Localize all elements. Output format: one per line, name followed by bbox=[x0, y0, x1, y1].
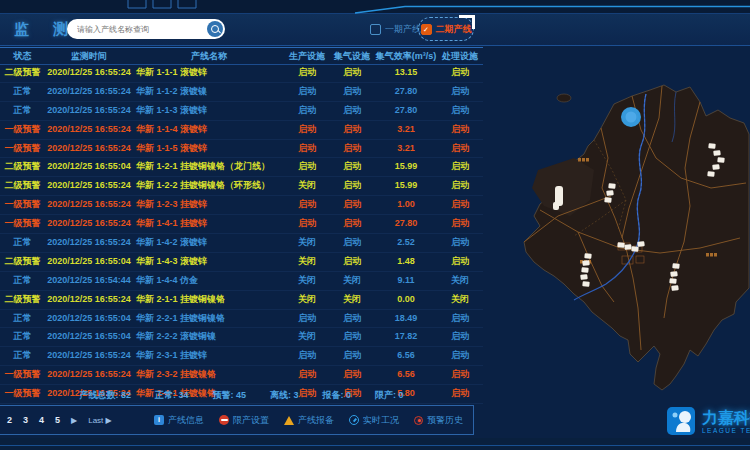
gas-collection-state: 启动 bbox=[329, 310, 375, 328]
alarm-history-button[interactable]: 预警历史 bbox=[414, 414, 463, 427]
production-state: 启动 bbox=[285, 347, 329, 365]
table-row[interactable]: 正常 2020/12/25 16:55:24 华新 1-1-2 滚镀镍 启动 启… bbox=[0, 83, 483, 102]
treatment-state: 启动 bbox=[437, 310, 483, 328]
monitor-time: 2020/12/25 16:55:24 bbox=[45, 102, 133, 120]
gas-collection-state: 启动 bbox=[329, 234, 375, 252]
map-marker[interactable] bbox=[707, 171, 714, 177]
limit-settings-button[interactable]: 限产设置 bbox=[219, 414, 269, 427]
line-report-button[interactable]: 产线报备 bbox=[284, 414, 334, 427]
page-button[interactable]: 5 bbox=[55, 415, 60, 425]
map-marker[interactable] bbox=[604, 197, 611, 203]
logo-name: 力嘉科技 bbox=[702, 409, 750, 427]
table-row[interactable]: 一级预警 2020/12/25 16:55:24 华新 1-1-4 滚镀锌 启动… bbox=[0, 121, 483, 140]
summary-item: 限产: 0 bbox=[375, 389, 404, 402]
treatment-state: 启动 bbox=[437, 83, 483, 101]
map-marker[interactable] bbox=[717, 157, 724, 163]
treatment-state: 启动 bbox=[437, 253, 483, 271]
map-marker[interactable] bbox=[624, 244, 632, 250]
table-row[interactable]: 一级预警 2020/12/25 16:55:24 华新 1-2-3 挂镀锌 启动… bbox=[0, 196, 483, 215]
map-marker[interactable] bbox=[582, 260, 590, 266]
last-page-button[interactable]: Last ▶ bbox=[88, 416, 112, 425]
treatment-state: 启动 bbox=[437, 215, 483, 233]
treatment-state: 启动 bbox=[437, 140, 483, 158]
treatment-state: 启动 bbox=[437, 102, 483, 120]
table-row[interactable]: 正常 2020/12/25 16:54:44 华新 1-4-4 仿金 关闭 关闭… bbox=[0, 272, 483, 291]
map-marker[interactable] bbox=[608, 183, 615, 189]
bottom-toolbar: 2345 ▶ Last ▶ 产线信息 限产设置 产线报备 实时工况 预警历史 bbox=[0, 405, 474, 435]
map-marker[interactable] bbox=[617, 242, 624, 248]
gas-collection-state: 启动 bbox=[329, 215, 375, 233]
map-marker[interactable] bbox=[712, 164, 720, 170]
table-row[interactable]: 二级预警 2020/12/25 16:55:24 华新 1-1-1 滚镀锌 启动… bbox=[0, 64, 483, 83]
table-row[interactable]: 正常 2020/12/25 16:55:24 华新 2-3-1 挂镀锌 启动 启… bbox=[0, 347, 483, 366]
treatment-state: 启动 bbox=[437, 158, 483, 176]
map-marker[interactable] bbox=[637, 241, 645, 247]
map-marker[interactable] bbox=[708, 143, 715, 149]
search-box[interactable] bbox=[67, 19, 225, 39]
monitor-time: 2020/12/25 16:55:04 bbox=[45, 328, 133, 346]
production-state: 启动 bbox=[285, 64, 329, 82]
map-marker[interactable] bbox=[580, 274, 588, 280]
filter-phase1-checkbox[interactable]: 一期产线 bbox=[370, 23, 421, 36]
table-body: 二级预警 2020/12/25 16:55:24 华新 1-1-1 滚镀锌 启动… bbox=[0, 64, 483, 404]
table-row[interactable]: 二级预警 2020/12/25 16:55:04 华新 1-4-3 滚镀锌 关闭… bbox=[0, 253, 483, 272]
efficiency-value: 27.80 bbox=[375, 215, 437, 233]
map-marker[interactable] bbox=[584, 253, 591, 259]
treatment-state: 启动 bbox=[437, 121, 483, 139]
map-marker[interactable] bbox=[670, 271, 678, 277]
page-button[interactable]: 2 bbox=[7, 415, 12, 425]
map-marker[interactable] bbox=[671, 285, 679, 291]
efficiency-value: 17.82 bbox=[375, 328, 437, 346]
search-input[interactable] bbox=[67, 25, 207, 34]
production-state: 关闭 bbox=[285, 272, 329, 290]
efficiency-value: 9.11 bbox=[375, 272, 437, 290]
efficiency-value: 18.49 bbox=[375, 310, 437, 328]
status-badge: 正常 bbox=[0, 102, 45, 120]
table-row[interactable]: 二级预警 2020/12/25 16:55:24 华新 1-2-2 挂镀铜镍铬（… bbox=[0, 177, 483, 196]
search-icon bbox=[211, 25, 219, 33]
realtime-status-button[interactable]: 实时工况 bbox=[349, 414, 399, 427]
warning-icon bbox=[284, 416, 294, 425]
table-row[interactable]: 二级预警 2020/12/25 16:55:04 华新 1-2-1 挂镀铜镍铬（… bbox=[0, 158, 483, 177]
map-marker[interactable] bbox=[581, 267, 588, 273]
summary-item: 报备: 0 bbox=[323, 389, 352, 402]
gas-collection-state: 关闭 bbox=[329, 272, 375, 290]
map-panel[interactable] bbox=[478, 50, 750, 402]
map-marker[interactable] bbox=[582, 281, 589, 287]
city-map[interactable] bbox=[478, 50, 750, 402]
next-page-button[interactable]: ▶ bbox=[71, 416, 77, 425]
page-button[interactable]: 3 bbox=[23, 415, 28, 425]
gas-collection-state: 启动 bbox=[329, 366, 375, 384]
col-treatment: 处理设施 bbox=[437, 48, 483, 64]
table-row[interactable]: 正常 2020/12/25 16:55:04 华新 2-2-2 滚镀铜镍 关闭 … bbox=[0, 328, 483, 347]
table-row[interactable]: 一级预警 2020/12/25 16:55:24 华新 1-1-5 滚镀锌 启动… bbox=[0, 140, 483, 159]
monitor-time: 2020/12/25 16:55:24 bbox=[45, 64, 133, 82]
summary-bar: 产线总数: 82正常: 34预警: 45离线: 3报备: 0限产: 0 bbox=[0, 387, 483, 404]
page-button[interactable]: 4 bbox=[39, 415, 44, 425]
monitor-time: 2020/12/25 16:55:24 bbox=[45, 177, 133, 195]
table-row[interactable]: 正常 2020/12/25 16:55:24 华新 1-4-2 滚镀锌 关闭 启… bbox=[0, 234, 483, 253]
map-marker[interactable] bbox=[606, 190, 614, 196]
search-button[interactable] bbox=[207, 21, 223, 37]
logo-icon bbox=[666, 406, 696, 436]
table-row[interactable]: 正常 2020/12/25 16:55:24 华新 1-1-3 滚镀锌 启动 启… bbox=[0, 102, 483, 121]
status-badge: 正常 bbox=[0, 328, 45, 346]
table-row[interactable]: 一级预警 2020/12/25 16:55:24 华新 2-3-2 挂镀镍铬 启… bbox=[0, 366, 483, 385]
line-name: 华新 2-1-1 挂镀铜镍铬 bbox=[133, 291, 285, 309]
map-marker[interactable] bbox=[713, 150, 721, 156]
alarm-icon bbox=[414, 416, 423, 425]
production-state: 启动 bbox=[285, 310, 329, 328]
line-info-button[interactable]: 产线信息 bbox=[154, 414, 204, 427]
map-landmass bbox=[524, 85, 749, 390]
map-marker[interactable] bbox=[669, 278, 676, 284]
production-state: 启动 bbox=[285, 83, 329, 101]
production-state: 关闭 bbox=[285, 234, 329, 252]
table-row[interactable]: 二级预警 2020/12/25 16:55:24 华新 2-1-1 挂镀铜镍铬 … bbox=[0, 291, 483, 310]
map-marker[interactable] bbox=[631, 246, 638, 252]
line-name: 华新 1-4-3 滚镀锌 bbox=[133, 253, 285, 271]
production-state: 关闭 bbox=[285, 253, 329, 271]
map-marker[interactable] bbox=[672, 263, 679, 269]
table-row[interactable]: 一级预警 2020/12/25 16:55:24 华新 1-4-1 挂镀锌 启动… bbox=[0, 215, 483, 234]
production-state: 启动 bbox=[285, 102, 329, 120]
table-row[interactable]: 正常 2020/12/25 16:55:04 华新 2-2-1 挂镀铜镍铬 启动… bbox=[0, 310, 483, 329]
